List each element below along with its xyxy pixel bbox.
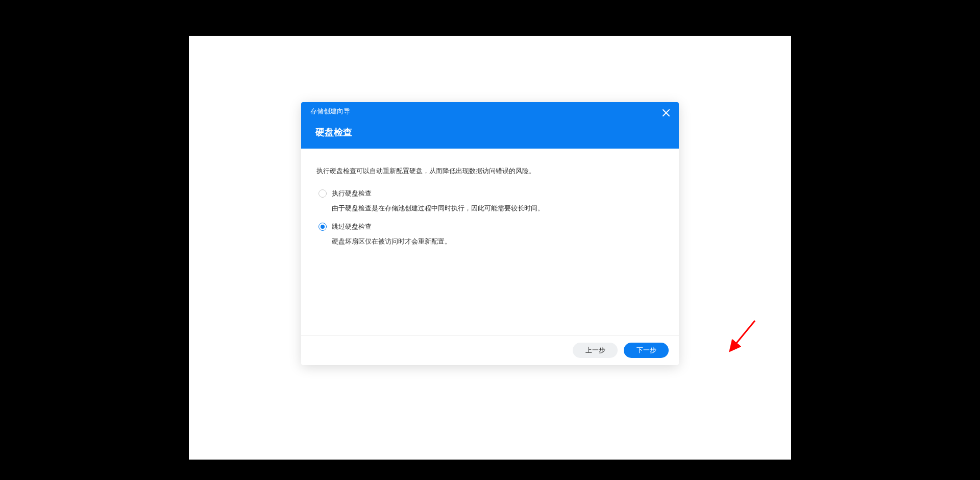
- radio-skip-check[interactable]: 跳过硬盘检查: [318, 222, 664, 231]
- svg-line-3: [731, 321, 755, 350]
- radio-help-perform: 由于硬盘检查是在存储池创建过程中同时执行，因此可能需要较长时间。: [332, 203, 664, 214]
- annotation-arrow-icon: [722, 318, 757, 359]
- dialog-wizard-title: 存储创建向导: [310, 107, 670, 116]
- next-button[interactable]: 下一步: [624, 343, 669, 358]
- dialog-step-title: 硬盘检查: [315, 126, 670, 138]
- dialog-header: 存储创建向导 硬盘检查: [301, 102, 679, 149]
- radio-option-perform-check: 执行硬盘检查 由于硬盘检查是在存储池创建过程中同时执行，因此可能需要较长时间。: [316, 189, 664, 214]
- radio-icon: [318, 223, 327, 231]
- radio-help-skip: 硬盘坏扇区仅在被访问时才会重新配置。: [332, 236, 664, 247]
- radio-perform-check[interactable]: 执行硬盘检查: [318, 189, 664, 198]
- dialog-footer: 上一步 下一步: [301, 335, 679, 365]
- page-container: 存储创建向导 硬盘检查 执行硬盘检查可以自动重新配置硬盘，从而降低出现数据访问错…: [189, 36, 791, 460]
- back-button[interactable]: 上一步: [573, 343, 618, 358]
- dialog-body: 执行硬盘检查可以自动重新配置硬盘，从而降低出现数据访问错误的风险。 执行硬盘检查…: [301, 149, 679, 335]
- radio-option-skip-check: 跳过硬盘检查 硬盘坏扇区仅在被访问时才会重新配置。: [316, 222, 664, 247]
- close-icon: [663, 109, 670, 116]
- step-description: 执行硬盘检查可以自动重新配置硬盘，从而降低出现数据访问错误的风险。: [316, 166, 664, 177]
- radio-label-skip: 跳过硬盘检查: [332, 222, 372, 231]
- radio-icon: [318, 189, 327, 198]
- storage-wizard-dialog: 存储创建向导 硬盘检查 执行硬盘检查可以自动重新配置硬盘，从而降低出现数据访问错…: [301, 102, 679, 365]
- radio-label-perform: 执行硬盘检查: [332, 189, 372, 198]
- close-button[interactable]: [660, 107, 672, 118]
